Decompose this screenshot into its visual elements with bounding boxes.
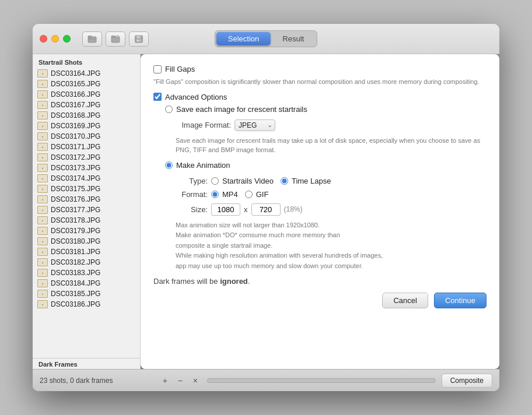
advanced-options-label[interactable]: Advanced Options <box>153 93 227 101</box>
sidebar-item[interactable]: ▪ DSC03180.JPG <box>33 236 140 247</box>
startrail-shots-header: Startrail Shots <box>33 54 140 68</box>
svg-rect-5 <box>116 36 119 37</box>
sidebar-item-filename: DSC03180.JPG <box>51 237 100 245</box>
startrails-video-label[interactable]: Startrails Video <box>211 177 274 185</box>
time-lapse-radio[interactable] <box>281 177 288 185</box>
remove-shot-button[interactable]: − <box>174 376 186 385</box>
image-format-select[interactable]: JPEG PNG TIFF BMP <box>235 119 275 131</box>
folder-nav-button[interactable] <box>106 31 125 47</box>
sidebar-item[interactable]: ▪ DSC03167.JPG <box>33 100 140 110</box>
make-animation-text: Make Animation <box>176 161 230 170</box>
gif-label[interactable]: GIF <box>245 190 269 199</box>
save-icon <box>134 35 144 43</box>
advanced-options-checkbox[interactable] <box>153 93 162 101</box>
sidebar-item[interactable]: ▪ DSC03172.JPG <box>33 152 140 163</box>
fill-gaps-checkbox[interactable] <box>153 65 162 73</box>
tab-result[interactable]: Result <box>271 32 316 45</box>
save-button[interactable] <box>129 31 149 47</box>
animation-type-row: Type: Startrails Video Time Lapse <box>176 177 487 185</box>
folder-open-button[interactable] <box>82 31 102 47</box>
maximize-button[interactable] <box>63 35 71 43</box>
advanced-options-block: Save each image for crescent startrails … <box>165 105 487 272</box>
mp4-label[interactable]: MP4 <box>211 190 238 199</box>
fill-gaps-text: Fill Gaps <box>165 65 195 73</box>
sidebar-item[interactable]: ▪ DSC03170.JPG <box>33 131 140 142</box>
save-each-radio-label[interactable]: Save each image for crescent startrails <box>165 105 307 114</box>
main-content: Startrail Shots ▪ DSC03164.JPG ▪ DSC0316… <box>33 54 499 369</box>
sidebar-item[interactable]: ▪ DSC03164.JPG <box>33 68 140 79</box>
sidebar-item[interactable]: ▪ DSC03182.JPG <box>33 257 140 268</box>
time-lapse-text: Time Lapse <box>292 177 331 185</box>
sidebar-item[interactable]: ▪ DSC03166.JPG <box>33 89 140 100</box>
sidebar-item[interactable]: ▪ DSC03165.JPG <box>33 79 140 89</box>
sidebar-item-filename: DSC03170.JPG <box>51 132 100 140</box>
sidebar-item[interactable]: ▪ DSC03181.JPG <box>33 247 140 257</box>
sidebar-item[interactable]: ▪ DSC03169.JPG <box>33 121 140 131</box>
composite-button[interactable]: Composite <box>442 374 492 388</box>
sidebar-item-filename: DSC03175.JPG <box>51 185 100 193</box>
image-format-label: Image Format: <box>176 121 231 129</box>
tab-selection[interactable]: Selection <box>216 32 271 45</box>
sidebar-item-filename: DSC03166.JPG <box>51 90 100 99</box>
sidebar-item[interactable]: ▪ DSC03185.JPG <box>33 289 140 299</box>
add-shot-button[interactable]: + <box>159 376 171 385</box>
sidebar-item[interactable]: ▪ DSC03171.JPG <box>33 142 140 152</box>
svg-rect-1 <box>88 36 92 37</box>
mp4-radio[interactable] <box>211 191 219 198</box>
svg-rect-9 <box>137 40 139 41</box>
make-animation-radio-label[interactable]: Make Animation <box>165 161 230 170</box>
make-animation-radio[interactable] <box>165 161 173 169</box>
sidebar-item[interactable]: ▪ DSC03175.JPG <box>33 184 140 194</box>
format-label: Format: <box>176 190 208 199</box>
sidebar-item[interactable]: ▪ DSC03184.JPG <box>33 278 140 289</box>
sidebar-item[interactable]: ▪ DSC03183.JPG <box>33 268 140 278</box>
file-icon: ▪ <box>37 164 48 172</box>
type-radio-group: Startrails Video Time Lapse <box>211 177 331 185</box>
close-shot-button[interactable]: × <box>190 376 201 385</box>
sidebar-item-filename: DSC03169.JPG <box>51 122 100 130</box>
sidebar-item-filename: DSC03181.JPG <box>51 248 100 256</box>
sidebar-item[interactable]: ▪ DSC03186.JPG <box>33 299 140 310</box>
fill-gaps-label[interactable]: Fill Gaps <box>153 65 195 73</box>
file-icon: ▪ <box>37 300 48 308</box>
image-format-row: Image Format: JPEG PNG TIFF BMP <box>176 119 487 131</box>
sidebar-item[interactable]: ▪ DSC03179.JPG <box>33 226 140 236</box>
sidebar-item[interactable]: ▪ DSC03176.JPG <box>33 194 140 205</box>
sidebar-item[interactable]: ▪ DSC03174.JPG <box>33 173 140 184</box>
right-panel: Fill Gaps "Fill Gaps" composition is sig… <box>141 54 499 369</box>
sidebar-item-filename: DSC03168.JPG <box>51 111 100 119</box>
sidebar-item[interactable]: ▪ DSC03178.JPG <box>33 215 140 226</box>
dialog-box: Fill Gaps "Fill Gaps" composition is sig… <box>141 54 499 369</box>
status-text: 23 shots, 0 dark frames <box>40 377 153 385</box>
sidebar-item-filename: DSC03167.JPG <box>51 101 100 109</box>
main-window: Selection Result Startrail Shots ▪ DSC03… <box>33 24 499 391</box>
file-icon: ▪ <box>37 279 48 287</box>
continue-button[interactable]: Continue <box>434 293 487 308</box>
size-height-input[interactable] <box>251 203 281 216</box>
sidebar-item-filename: DSC03183.JPG <box>51 269 100 277</box>
sidebar-item-filename: DSC03184.JPG <box>51 279 100 287</box>
fill-gaps-row: Fill Gaps <box>153 65 487 73</box>
close-button[interactable] <box>40 35 47 43</box>
warning-line1: Max animation size will not larger than … <box>176 220 487 231</box>
size-width-input[interactable] <box>211 203 240 216</box>
sidebar-item[interactable]: ▪ DSC03168.JPG <box>33 110 140 121</box>
sidebar-item-filename: DSC03173.JPG <box>51 164 100 172</box>
cancel-button[interactable]: Cancel <box>382 293 428 308</box>
file-icon: ▪ <box>37 132 48 140</box>
save-each-radio[interactable] <box>165 105 173 113</box>
sidebar-item[interactable]: ▪ DSC03173.JPG <box>33 163 140 173</box>
sidebar-item[interactable]: ▪ DSC03177.JPG <box>33 205 140 215</box>
minimize-button[interactable] <box>51 35 59 43</box>
file-icon: ▪ <box>37 258 48 266</box>
file-icon: ▪ <box>37 227 48 235</box>
warning-block: Max animation size will not larger than … <box>176 220 487 272</box>
sidebar-item-filename: DSC03179.JPG <box>51 227 100 235</box>
startrails-video-radio[interactable] <box>211 177 219 185</box>
sidebar-item-filename: DSC03174.JPG <box>51 174 100 182</box>
save-each-desc: Save each image for crescent trails may … <box>176 136 487 155</box>
folder-nav-icon <box>111 35 120 43</box>
warning-line4: While making high resolution animation w… <box>176 251 487 261</box>
time-lapse-label[interactable]: Time Lapse <box>281 177 331 185</box>
gif-radio[interactable] <box>245 191 253 198</box>
